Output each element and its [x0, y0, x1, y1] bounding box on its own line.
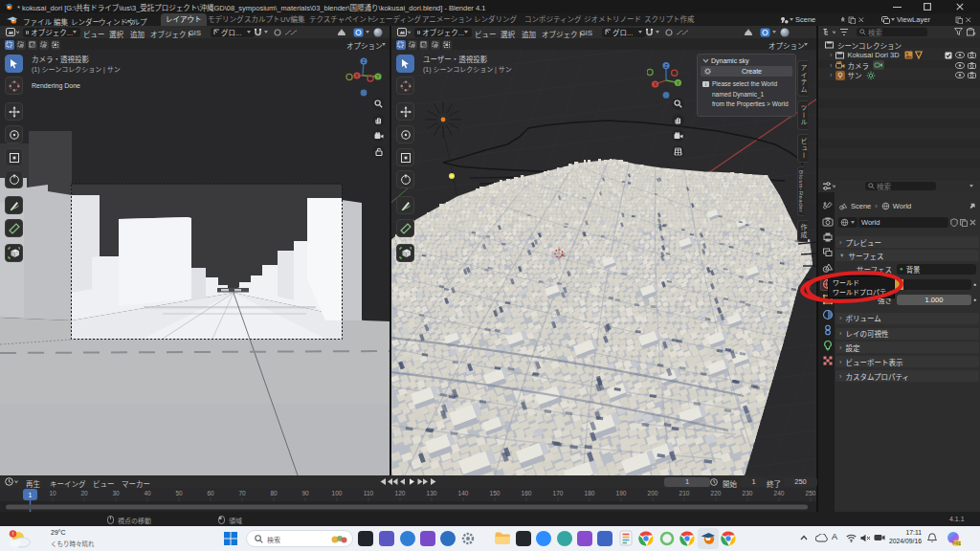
- svg-text:70: 70: [238, 490, 246, 496]
- svg-text:110: 110: [364, 490, 374, 496]
- svg-text:Z: Z: [664, 63, 667, 69]
- svg-text:180: 180: [585, 490, 595, 496]
- svg-text:230: 230: [743, 490, 753, 496]
- svg-text:240: 240: [774, 490, 785, 496]
- svg-text:Z: Z: [362, 58, 365, 64]
- svg-text:210: 210: [679, 490, 690, 496]
- svg-text:50: 50: [175, 490, 183, 496]
- svg-text:220: 220: [711, 490, 722, 496]
- svg-text:200: 200: [648, 490, 658, 496]
- svg-text:130: 130: [427, 490, 437, 496]
- svg-text:140: 140: [458, 490, 469, 496]
- svg-text:90: 90: [301, 490, 309, 496]
- svg-text:170: 170: [553, 490, 564, 496]
- svg-text:1: 1: [29, 492, 33, 498]
- svg-text:120: 120: [395, 490, 406, 496]
- svg-text:i: i: [705, 81, 706, 87]
- svg-text:10: 10: [49, 490, 56, 496]
- svg-text:PRE: PRE: [952, 541, 961, 546]
- svg-text:60: 60: [207, 490, 214, 496]
- svg-text:20: 20: [80, 490, 88, 496]
- svg-text:40: 40: [144, 490, 151, 496]
- svg-text:100: 100: [332, 490, 343, 496]
- svg-text:80: 80: [270, 490, 278, 496]
- svg-text:150: 150: [490, 490, 501, 496]
- svg-text:250: 250: [806, 490, 816, 496]
- svg-text:160: 160: [522, 490, 532, 496]
- svg-text:190: 190: [616, 490, 627, 496]
- svg-text:30: 30: [112, 490, 120, 496]
